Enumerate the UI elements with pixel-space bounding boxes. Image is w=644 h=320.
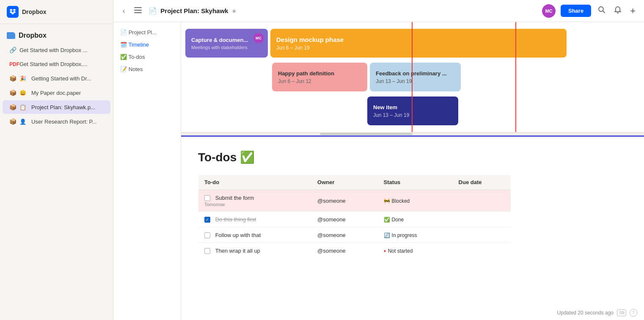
- status-badge: 🔄 In progress: [384, 232, 417, 238]
- notes-icon: 📝: [120, 66, 127, 72]
- duedate-cell: [453, 243, 511, 259]
- emoji-prefix: 👤: [19, 119, 26, 125]
- todo-checkbox[interactable]: [204, 195, 210, 201]
- table-row: Submit the form Tomorrow @someone 🚧 Bloc…: [198, 190, 511, 212]
- folder-icon: [7, 32, 15, 39]
- outline-item-project[interactable]: 📄 Project Pl...: [117, 27, 177, 38]
- todo-due-date: Tomorrow: [204, 202, 305, 207]
- sidebar-item-get-started-pdf[interactable]: PDF Get Started with Dropbox....: [3, 58, 110, 71]
- owner-name: @someone: [317, 248, 346, 254]
- sidebar: Dropbox Dropbox 🔗 Get Started with Dropb…: [0, 0, 113, 320]
- status-cell: 🔄 In progress: [378, 227, 453, 243]
- outline-panel: 📄 Project Pl... 🗓️ Timeline ✅ To-dos 📝 N…: [113, 22, 181, 320]
- status-icon: ●: [384, 248, 386, 253]
- star-icon[interactable]: ★: [231, 8, 237, 14]
- duedate-cell: [453, 190, 511, 212]
- outline-item-label: Project Pl...: [129, 29, 157, 36]
- todos-table: To-do Owner Status Due date Submit the f…: [198, 174, 511, 259]
- outline-item-timeline[interactable]: 🗓️ Timeline: [117, 39, 177, 50]
- col-header-owner: Owner: [311, 175, 378, 190]
- dropbox-small-icon: 📦: [9, 104, 16, 110]
- status-icon: ✅: [384, 217, 390, 223]
- scrollbar-thumb[interactable]: [320, 133, 413, 135]
- card-dates: Jun 6 – Jun 19: [276, 45, 561, 51]
- page-icon: 📄: [149, 7, 157, 15]
- duedate-cell: [453, 212, 511, 227]
- topbar-title-area: 📄 Project Plan: Skyhawk ★: [149, 7, 538, 15]
- new-item-card[interactable]: New item Jun 13 – Jun 19: [367, 97, 458, 125]
- outline-item-label: Timeline: [128, 41, 149, 48]
- emoji-prefix: 🎉: [19, 75, 26, 82]
- sidebar-item-get-started-1[interactable]: 🔗 Get Started with Dropbox ...: [3, 43, 110, 57]
- col-header-status: Status: [378, 175, 453, 190]
- topbar-actions: MC Share +: [542, 4, 637, 18]
- card-dates: Jun 6 – Jun 12: [278, 78, 361, 84]
- link-icon: 🔗: [9, 47, 16, 53]
- add-button[interactable]: +: [628, 4, 637, 18]
- timeline-row-1: MC Capture & documen... Meetings with st…: [181, 26, 644, 60]
- sidebar-item-my-paper[interactable]: 📦 😀 My Paper doc.paper: [3, 86, 110, 99]
- sidebar-item-getting-started[interactable]: 📦 🎉 Getting Started with Dr...: [3, 72, 110, 85]
- status-text: Not started: [388, 248, 413, 254]
- card-title: New item: [373, 104, 452, 110]
- todo-checkbox[interactable]: [204, 248, 210, 254]
- todos-title-text: To-dos: [198, 151, 237, 164]
- owner-name: @someone: [317, 198, 346, 204]
- col-header-duedate: Due date: [453, 175, 511, 190]
- today-marker-2: [515, 22, 516, 132]
- outline-item-todos[interactable]: ✅ To-dos: [117, 52, 177, 62]
- dropbox-small-icon: 📦: [9, 89, 16, 96]
- capture-card[interactable]: MC Capture & documen... Meetings with st…: [185, 29, 268, 58]
- topbar: ‹ 📄 Project Plan: Skyhawk ★ MC Share: [113, 0, 644, 22]
- owner-cell: @someone: [311, 190, 378, 212]
- dropbox-icon: [7, 6, 19, 18]
- card-dates: Jun 13 – Jun 19: [373, 112, 452, 118]
- document-icon: 📄: [120, 29, 127, 36]
- status-cell: 🚧 Blocked: [378, 190, 453, 212]
- status-cell: ✅ Done: [378, 212, 453, 227]
- sidebar-item-user-research[interactable]: 📦 👤 User Research Report: P...: [3, 115, 110, 128]
- status-icon: 🚧: [384, 198, 390, 204]
- sidebar-toggle-button[interactable]: [132, 6, 144, 17]
- sidebar-item-project-plan[interactable]: 📦 📋 Project Plan: Skyhawk.p...: [3, 100, 110, 114]
- share-button[interactable]: Share: [561, 5, 591, 17]
- todo-text: Submit the form: [215, 195, 254, 201]
- dropbox-small-icon: 📦: [9, 118, 16, 125]
- col-header-todo: To-do: [198, 175, 312, 190]
- design-mockup-card[interactable]: Design mockup phase Jun 6 – Jun 19: [270, 29, 567, 58]
- search-button[interactable]: [596, 4, 607, 17]
- todo-checkbox[interactable]: [204, 232, 210, 238]
- happy-path-card[interactable]: Happy path definition Jun 6 – Jun 12: [272, 63, 367, 91]
- outline-item-label: To-dos: [128, 54, 145, 60]
- sidebar-title: Dropbox: [22, 8, 47, 15]
- doc-area: MC Capture & documen... Meetings with st…: [181, 22, 644, 320]
- outline-item-notes[interactable]: 📝 Notes: [117, 64, 177, 74]
- calendar-icon: 🗓️: [120, 41, 127, 48]
- table-row: Follow up with that @someone 🔄 In progre…: [198, 227, 511, 243]
- feedback-card[interactable]: Feedback on preliminary ... Jun 13 – Jun…: [370, 63, 461, 91]
- avatar: MC: [542, 4, 556, 18]
- svg-rect-1: [134, 10, 142, 11]
- back-button[interactable]: ‹: [120, 6, 127, 17]
- todo-cell: Submit the form Tomorrow: [198, 190, 312, 212]
- sidebar-section-header: Dropbox: [0, 24, 113, 43]
- owner-cell: @someone: [311, 243, 378, 259]
- page-title: Project Plan: Skyhawk: [160, 7, 228, 14]
- todo-checkbox[interactable]: ✓: [204, 217, 210, 223]
- pdf-icon: PDF: [9, 61, 16, 67]
- status-badge: ● Not started: [384, 248, 413, 254]
- status-badge: ✅ Done: [384, 217, 404, 223]
- dropbox-small-icon: 📦: [9, 75, 16, 82]
- today-marker-1: [412, 22, 413, 132]
- card-title: Feedback on preliminary ...: [376, 70, 455, 77]
- help-icon[interactable]: ?: [630, 309, 637, 317]
- card-title: Capture & documen...: [191, 37, 262, 43]
- topbar-nav: ‹: [120, 6, 127, 17]
- content-area: 📄 Project Pl... 🗓️ Timeline ✅ To-dos 📝 N…: [113, 22, 644, 320]
- owner-name: @someone: [317, 232, 346, 238]
- duedate-cell: [453, 227, 511, 243]
- timeline-scrollbar[interactable]: [181, 132, 644, 135]
- notifications-button[interactable]: [612, 4, 623, 17]
- sidebar-logo[interactable]: Dropbox: [0, 0, 113, 24]
- outline-item-label: Notes: [129, 66, 143, 72]
